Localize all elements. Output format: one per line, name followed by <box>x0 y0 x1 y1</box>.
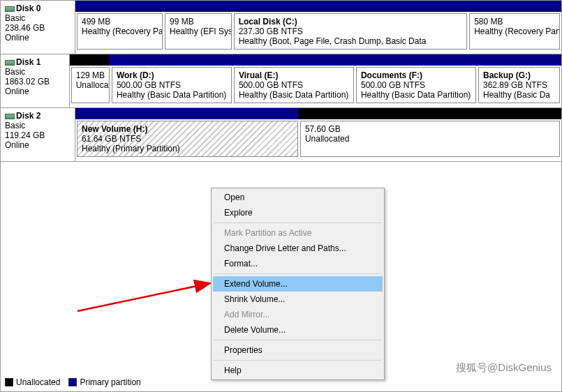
disk-name: Disk 1 <box>16 57 40 67</box>
partition-title: Virual (E:) <box>239 70 278 80</box>
partition-status: Unallocat <box>76 80 105 90</box>
partition-status: Healthy (Primary Partition) <box>82 144 293 153</box>
partition[interactable]: Documents (F:)500.00 GB NTFSHealthy (Bas… <box>356 67 476 103</box>
partition-status: Healthy (Recovery Parti <box>82 27 158 36</box>
partition-size: 57.60 GB <box>305 124 555 134</box>
disk-size: 238.46 GB <box>5 23 71 33</box>
partition[interactable]: 580 MBHealthy (Recovery Partit <box>469 13 560 50</box>
legend-unallocated-label: Unallocated <box>16 377 60 387</box>
partition-size: 237.30 GB NTFS <box>239 27 463 36</box>
menu-divider <box>214 340 382 340</box>
disk-row: Disk 0Basic238.46 GBOnline499 MBHealthy … <box>1 1 561 54</box>
disk-info[interactable]: Disk 2Basic119.24 GBOnline <box>1 108 75 161</box>
partition-status: Healthy (Basic Da <box>483 90 555 100</box>
disk-status: Online <box>5 86 65 96</box>
menu-format[interactable]: Format... <box>213 256 383 271</box>
watermark: 搜狐号@DiskGenius <box>452 360 556 376</box>
partition-status: Healthy (Basic Data Partition) <box>361 90 471 100</box>
partition-status: Healthy (EFI Syst <box>170 27 227 36</box>
menu-divider <box>214 223 382 223</box>
partition[interactable]: 129 MBUnallocat <box>71 67 110 103</box>
partition-title: New Volume (H:) <box>82 124 147 134</box>
menu-extend-volume[interactable]: Extend Volume... <box>213 276 383 292</box>
partition[interactable]: 99 MBHealthy (EFI Syst <box>165 13 232 50</box>
disk-type: Basic <box>5 13 71 23</box>
menu-divider <box>214 360 382 361</box>
menu-explore[interactable]: Explore <box>213 205 383 220</box>
disk-name: Disk 2 <box>16 111 40 121</box>
disk-row: Disk 2Basic119.24 GBOnlineNew Volume (H:… <box>1 108 561 162</box>
partition[interactable]: Work (D:)500.00 GB NTFSHealthy (Basic Da… <box>112 67 232 103</box>
partition-size: 500.00 GB NTFS <box>239 80 349 90</box>
menu-mark-active: Mark Partition as Active <box>213 225 383 241</box>
partition-size: 500.00 GB NTFS <box>361 80 471 90</box>
disk-name: Disk 0 <box>16 3 40 13</box>
svg-line-1 <box>77 283 210 311</box>
legend-primary-swatch <box>68 378 77 386</box>
partition-title: Local Disk (C:) <box>239 17 297 27</box>
disk-status: Online <box>5 33 71 43</box>
disk-size: 119.24 GB <box>5 130 71 140</box>
context-menu: Open Explore Mark Partition as Active Ch… <box>211 188 385 380</box>
partition[interactable]: Backup (G:)362.89 GB NTFSHealthy (Basic … <box>478 67 560 103</box>
partition-size: 500.00 GB NTFS <box>117 80 227 90</box>
partition-size: 99 MB <box>170 17 227 27</box>
partition[interactable]: 57.60 GBUnallocated <box>300 121 560 157</box>
disk-icon <box>5 6 15 12</box>
disk-row: Disk 1Basic1863.02 GBOnline129 MBUnalloc… <box>1 54 561 108</box>
disk-status: Online <box>5 140 71 150</box>
partition-size: 362.89 GB NTFS <box>483 80 555 90</box>
partition-size: 129 MB <box>76 70 105 80</box>
menu-shrink-volume[interactable]: Shrink Volume... <box>213 292 383 307</box>
partition-title: Documents (F:) <box>361 70 422 80</box>
disk-type: Basic <box>5 121 71 130</box>
menu-properties[interactable]: Properties <box>213 342 383 358</box>
menu-divider <box>214 273 382 274</box>
partition[interactable]: 499 MBHealthy (Recovery Parti <box>77 13 163 50</box>
partition[interactable]: Virual (E:)500.00 GB NTFSHealthy (Basic … <box>234 67 354 103</box>
legend: Unallocated Primary partition <box>5 377 141 387</box>
partition-color-bar <box>75 1 561 12</box>
partition-status: Healthy (Recovery Partit <box>474 27 555 36</box>
partition-status: Healthy (Basic Data Partition) <box>239 90 349 100</box>
menu-help[interactable]: Help <box>213 363 383 378</box>
menu-add-mirror: Add Mirror... <box>213 307 383 322</box>
partition-size: 580 MB <box>474 17 555 27</box>
disk-info[interactable]: Disk 1Basic1863.02 GBOnline <box>1 54 70 107</box>
legend-primary-label: Primary partition <box>80 377 140 387</box>
menu-open[interactable]: Open <box>213 190 383 205</box>
partition-status: Unallocated <box>305 134 555 144</box>
partition-size: 61.64 GB NTFS <box>82 134 293 144</box>
partition-title: Work (D:) <box>117 70 154 80</box>
partition-title: Backup (G:) <box>483 70 531 80</box>
partition-size: 499 MB <box>82 17 158 27</box>
partition-color-bar <box>70 54 561 66</box>
disk-icon <box>5 60 15 66</box>
legend-unallocated-swatch <box>5 378 13 386</box>
partition[interactable]: New Volume (H:)61.64 GB NTFSHealthy (Pri… <box>77 121 298 157</box>
disk-type: Basic <box>5 67 65 77</box>
disk-icon <box>5 114 15 119</box>
partition[interactable]: Local Disk (C:)237.30 GB NTFSHealthy (Bo… <box>234 13 468 50</box>
annotation-arrow <box>74 259 214 315</box>
disk-size: 1863.02 GB <box>5 77 65 86</box>
menu-change-letter[interactable]: Change Drive Letter and Paths... <box>213 241 383 256</box>
partition-color-bar <box>75 108 561 119</box>
menu-delete-volume[interactable]: Delete Volume... <box>213 322 383 338</box>
partition-status: Healthy (Boot, Page File, Crash Dump, Ba… <box>239 36 463 46</box>
partition-status: Healthy (Basic Data Partition) <box>117 90 227 100</box>
disk-info[interactable]: Disk 0Basic238.46 GBOnline <box>1 1 75 54</box>
